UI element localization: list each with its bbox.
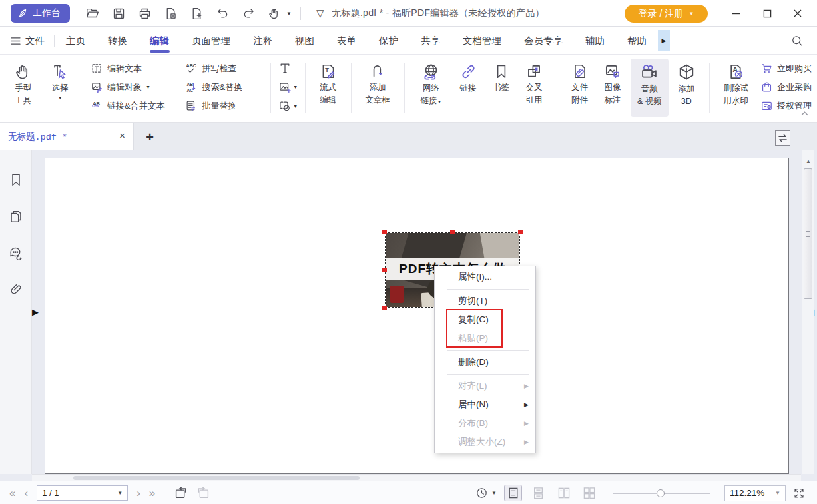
zoom-slider-knob[interactable] <box>657 489 665 497</box>
tab-home[interactable]: 主页 <box>55 27 97 55</box>
next-view-button[interactable] <box>196 487 210 499</box>
login-register-button[interactable]: 登录 / 注册 ▼ <box>625 5 708 23</box>
menu-item-paste[interactable]: 粘贴(P) <box>435 329 535 348</box>
print-button[interactable] <box>135 3 154 23</box>
resize-handle[interactable] <box>382 230 387 234</box>
single-page-view-button[interactable] <box>504 485 522 501</box>
tab-page-management[interactable]: 页面管理 <box>180 27 242 55</box>
close-tab-icon[interactable]: × <box>119 131 125 142</box>
tab-share[interactable]: 共享 <box>409 27 451 55</box>
comments-panel-button[interactable] <box>8 246 23 260</box>
facing-continuous-view-button[interactable] <box>580 485 598 501</box>
document-tab-active[interactable]: 无标题.pdf * × <box>0 123 134 150</box>
switch-tabs-button[interactable] <box>775 130 790 146</box>
maximize-button[interactable] <box>752 0 782 27</box>
menu-item-align[interactable]: 对齐(L)▶ <box>435 377 535 395</box>
close-button[interactable] <box>782 0 813 27</box>
attachments-panel-button[interactable] <box>9 282 23 297</box>
menu-item-cut[interactable]: 剪切(T) <box>435 292 535 310</box>
batch-replace-button[interactable]: 批量替换 <box>185 99 263 112</box>
tab-form[interactable]: 表单 <box>326 27 368 55</box>
link-merge-text-button[interactable]: AB 链接&合并文本 <box>91 99 181 112</box>
bookmarks-panel-button[interactable] <box>9 172 23 188</box>
horizontal-scrollbar[interactable] <box>32 474 801 481</box>
redo-button[interactable] <box>238 3 258 23</box>
menu-overflow-button[interactable]: ▶ <box>658 30 670 51</box>
enterprise-purchase-button[interactable]: 企业采购 <box>760 81 812 93</box>
resize-handle[interactable] <box>450 230 455 234</box>
spell-check-button[interactable]: ABC 拼写检查 <box>185 62 263 75</box>
vertical-scrollbar[interactable]: ▲ <box>802 150 814 474</box>
first-page-button[interactable]: « <box>9 487 15 499</box>
buy-now-button[interactable]: 立即购买 <box>760 62 812 75</box>
tab-member-exclusive[interactable]: 会员专享 <box>513 27 574 55</box>
last-page-button[interactable]: » <box>149 487 155 499</box>
save-button[interactable] <box>109 3 129 23</box>
zoom-slider[interactable] <box>613 489 710 498</box>
tab-help[interactable]: 帮助 <box>616 27 658 55</box>
file-menu[interactable]: 文件 <box>0 35 54 47</box>
next-page-button[interactable]: › <box>136 487 140 499</box>
select-tool-button[interactable]: 选择 ▼ <box>45 59 76 117</box>
cross-reference-button[interactable]: 交叉 引用 <box>519 59 549 117</box>
web-link-button[interactable]: 网络 链接▼ <box>412 59 450 117</box>
reading-mode-button[interactable]: ▼ <box>475 487 497 499</box>
flow-edit-button[interactable]: T 流式 编辑 <box>313 59 344 117</box>
continuous-view-button[interactable] <box>529 485 547 501</box>
menu-item-distribute[interactable]: 分布(B)▶ <box>435 414 535 433</box>
fullscreen-button[interactable] <box>793 487 805 499</box>
tab-document-management[interactable]: 文档管理 <box>451 27 513 55</box>
edit-text-button[interactable]: 编辑文本 <box>91 62 181 75</box>
pages-panel-button[interactable] <box>9 209 23 224</box>
pdf-page[interactable]: PDF转文本怎么做 <box>45 158 789 474</box>
new-tab-button[interactable]: + <box>141 128 158 146</box>
previous-page-button[interactable]: ‹ <box>24 487 28 499</box>
previous-view-button[interactable] <box>174 487 188 499</box>
add-image-button[interactable]: ▼ <box>278 81 298 94</box>
vertical-scroll-thumb[interactable] <box>804 168 812 299</box>
tab-protect[interactable]: 保护 <box>368 27 409 55</box>
page-number-dropdown[interactable]: 1 / 1 ▼ <box>37 485 128 501</box>
zoom-level-dropdown[interactable]: 112.21% ▼ <box>724 485 786 501</box>
bookmark-button[interactable]: 书签 <box>486 59 517 117</box>
delete-page-button[interactable] <box>160 3 180 23</box>
collapse-ribbon-button[interactable] <box>800 111 809 117</box>
menu-item-properties[interactable]: 属性(I)... <box>435 268 535 286</box>
tab-comment[interactable]: 注释 <box>242 27 284 55</box>
menu-item-resize[interactable]: 调整大小(Z)▶ <box>435 433 535 451</box>
tab-view[interactable]: 视图 <box>284 27 326 55</box>
resize-handle[interactable] <box>518 230 523 234</box>
remove-trial-watermark-button[interactable]: A 删除试 用水印 <box>717 59 755 117</box>
resize-handle[interactable] <box>382 306 387 310</box>
add-shape-button[interactable]: ▼ <box>278 99 298 113</box>
hand-tool-button[interactable]: 手型 工具 <box>8 59 39 117</box>
tab-accessibility[interactable]: 辅助 <box>574 27 616 55</box>
facing-view-button[interactable] <box>555 485 573 501</box>
file-attachment-button[interactable]: 文件 附件 <box>565 59 595 117</box>
add-3d-button[interactable]: 添加 3D <box>671 59 702 117</box>
edit-object-button[interactable]: 编辑对象 ▼ <box>91 81 181 93</box>
search-button[interactable] <box>790 34 804 47</box>
menu-item-delete[interactable]: 删除(D) <box>435 353 535 372</box>
undo-button[interactable] <box>212 3 232 23</box>
audio-video-button[interactable]: 音频 & 视频 <box>631 59 669 117</box>
tab-edit[interactable]: 编辑 <box>138 27 180 55</box>
add-page-button[interactable] <box>186 3 206 23</box>
menu-item-copy[interactable]: 复制(C) <box>435 310 535 329</box>
scroll-up-arrow[interactable]: ▲ <box>802 158 814 164</box>
minimize-button[interactable] <box>721 0 752 27</box>
search-replace-button[interactable]: ABAC 搜索&替换 <box>185 81 263 93</box>
link-button[interactable]: 链接 <box>453 59 483 117</box>
menu-item-center[interactable]: 居中(N)▶ <box>435 395 535 414</box>
open-file-button[interactable] <box>83 3 103 23</box>
resize-handle[interactable] <box>382 268 387 272</box>
tab-convert[interactable]: 转换 <box>97 27 138 55</box>
add-text-button[interactable] <box>278 61 298 75</box>
image-annotation-button[interactable]: 图像 标注 <box>597 59 628 117</box>
add-article-box-button[interactable]: 添加 文章框 <box>359 59 397 117</box>
hand-tool-caret-icon[interactable]: ▼ <box>286 11 292 17</box>
workbench-button[interactable]: 工作台 <box>11 4 70 23</box>
expand-left-panel-arrow[interactable]: ▶ <box>32 308 39 316</box>
hand-tool-quick-button[interactable] <box>264 3 284 23</box>
tab-list-chevron-icon[interactable]: ▽ <box>316 7 324 19</box>
